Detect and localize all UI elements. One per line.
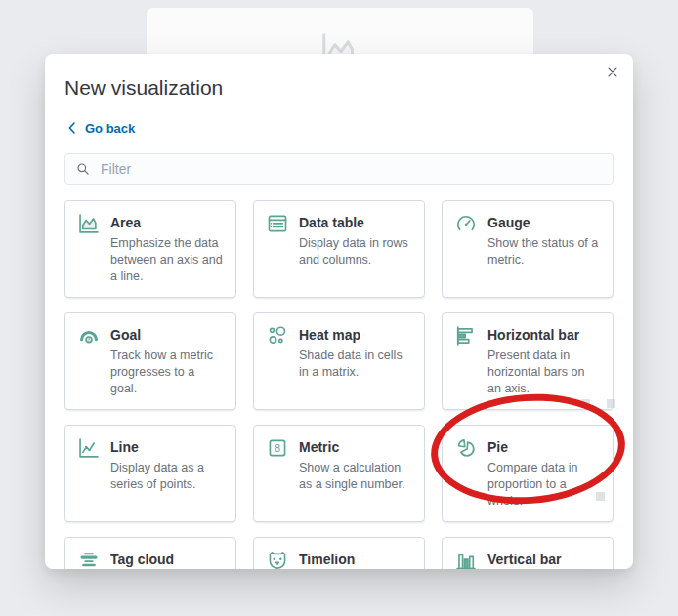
viz-card-description: Compare data in proportion to a whole. xyxy=(487,460,600,510)
viz-card-description: Show the status of a metric. xyxy=(487,235,600,268)
viz-card-title: Horizontal bar xyxy=(487,325,600,345)
svg-text:8: 8 xyxy=(275,443,280,454)
timelion-icon xyxy=(267,550,288,569)
go-back-link[interactable]: Go back xyxy=(64,120,135,136)
viz-card-title: Pie xyxy=(487,437,600,457)
viz-card-title: Goal xyxy=(110,325,223,345)
viz-card-title: Tag cloud xyxy=(110,550,223,569)
chevron-left-icon xyxy=(64,120,80,136)
viz-card-gauge[interactable]: Gauge Show the status of a metric. xyxy=(442,200,614,298)
filter-input[interactable] xyxy=(99,160,603,178)
viz-card-title: Area xyxy=(110,213,223,232)
horizontal-bar-icon xyxy=(455,325,477,347)
viz-card-heat-map[interactable]: Heat map Shade data in cells in a matrix… xyxy=(253,312,425,410)
viz-card-title: Timelion xyxy=(299,550,411,569)
area-chart-icon xyxy=(78,213,100,234)
metric-icon: 8 xyxy=(267,437,288,459)
viz-card-description: Shade data in cells in a matrix. xyxy=(299,348,411,381)
viz-card-description: Display data in rows and columns. xyxy=(299,235,411,268)
viz-card-title: Metric xyxy=(299,437,411,457)
close-icon[interactable] xyxy=(602,62,623,83)
viz-card-description: Show a calculation as a single number. xyxy=(299,460,411,493)
viz-card-pie[interactable]: Pie Compare data in proportion to a whol… xyxy=(442,425,614,522)
goal-icon: 8 xyxy=(78,325,100,347)
viz-card-line[interactable]: Line Display data as a series of points. xyxy=(64,425,236,522)
new-visualization-modal: New visualization Go back Area Emphasize… xyxy=(45,54,633,569)
viz-card-metric[interactable]: 8 Metric Show a calculation as a single … xyxy=(253,425,425,522)
pie-chart-icon xyxy=(455,437,477,459)
viz-card-title: Vertical bar xyxy=(487,550,600,569)
viz-card-description: Track how a metric progresses to a goal. xyxy=(110,348,223,397)
vertical-bar-icon xyxy=(455,550,477,569)
viz-card-data-table[interactable]: Data table Display data in rows and colu… xyxy=(253,200,425,298)
viz-grid: Area Emphasize the data between an axis … xyxy=(64,200,614,569)
data-table-icon xyxy=(267,213,288,234)
viz-card-horizontal-bar[interactable]: Horizontal bar Present data in horizonta… xyxy=(442,312,614,410)
heat-map-icon xyxy=(267,325,288,347)
viz-card-tag-cloud[interactable]: Tag cloud Display word frequency with fo… xyxy=(64,537,236,569)
viz-card-description: Display data as a series of points. xyxy=(110,460,223,493)
viz-card-title: Data table xyxy=(299,213,411,232)
page-title: New visualization xyxy=(64,75,614,101)
filter-search-box xyxy=(64,153,614,185)
viz-card-description: Present data in horizontal bars on an ax… xyxy=(487,348,600,397)
viz-card-title: Heat map xyxy=(299,325,411,345)
viz-card-vertical-bar[interactable]: Vertical bar Present data in vertical ba… xyxy=(442,537,614,569)
svg-text:8: 8 xyxy=(88,338,91,343)
go-back-label: Go back xyxy=(85,121,135,136)
viz-card-title: Line xyxy=(110,437,223,457)
gauge-icon xyxy=(455,213,477,234)
viz-card-goal[interactable]: 8 Goal Track how a metric progresses to … xyxy=(64,312,236,410)
viz-card-description: Emphasize the data between an axis and a… xyxy=(110,235,223,285)
viz-card-area[interactable]: Area Emphasize the data between an axis … xyxy=(64,200,236,298)
search-icon xyxy=(75,161,91,177)
tag-cloud-icon xyxy=(78,550,100,569)
viz-card-timelion[interactable]: Timelion Show time series data on a grap… xyxy=(253,537,425,569)
line-chart-icon xyxy=(78,437,100,459)
viz-card-title: Gauge xyxy=(487,213,600,232)
